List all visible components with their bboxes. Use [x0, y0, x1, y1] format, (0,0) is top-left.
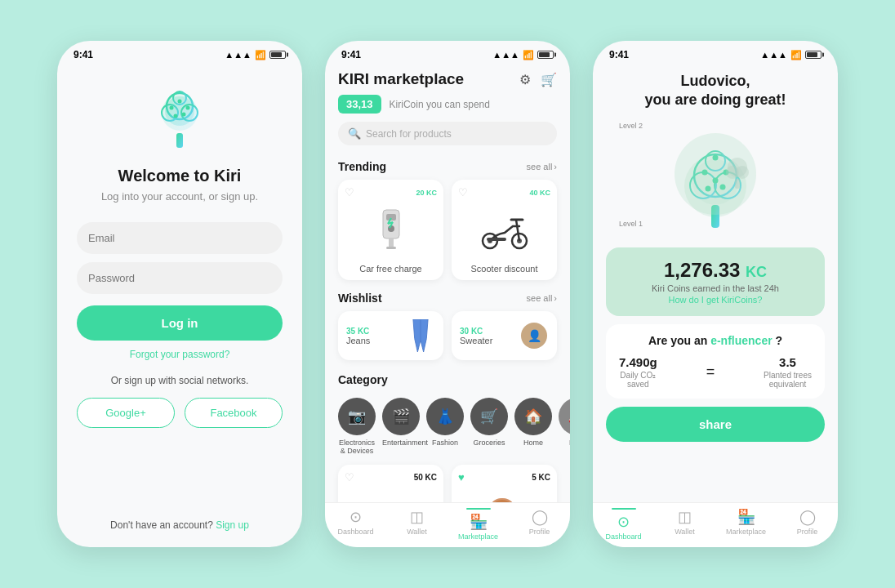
signup-prompt: Don't have an account? Sign up — [110, 519, 249, 531]
wishlist-card-2[interactable]: 30 KC Sweater 👤 — [452, 311, 557, 360]
bottom-product-1[interactable]: ♡ 50 KC — [338, 465, 443, 502]
marketplace-bottom-nav: ⊙ Dashboard ◫ Wallet 🏪 Marketplace ◯ Pro… — [325, 502, 570, 547]
marketplace-content: KIRI marketplace ⚙ 🛒 33,13 KiriCoin you … — [325, 64, 570, 502]
bottom-product1-kc: 50 KC — [414, 473, 437, 482]
phone-marketplace: 9:41 ▲▲▲ 📶 KIRI marketplace ⚙ 🛒 33,13 Ki… — [325, 41, 570, 547]
wishlist-heart-2[interactable]: ♡ — [458, 186, 468, 198]
wishlist-card-1[interactable]: 35 KC Jeans — [338, 311, 443, 360]
category-home-label: Home — [523, 439, 543, 447]
email-input[interactable] — [77, 222, 283, 254]
wishlist-label: Wishlist — [338, 292, 382, 305]
svg-rect-0 — [176, 133, 183, 148]
kiri-logo — [147, 88, 212, 154]
login-button[interactable]: Log in — [77, 305, 283, 341]
forgot-password-link[interactable]: Forgot your password? — [130, 349, 230, 360]
kiri-coin-row: 33,13 KiriCoin you can spend — [338, 95, 557, 114]
product1-image — [345, 202, 437, 259]
bottom-product2-kc: 5 KC — [532, 473, 550, 482]
kiri-coins-card: 1,276.33 KC Kiri Coins earned in the las… — [606, 247, 825, 316]
wishlist2-name: Sweater — [460, 336, 492, 345]
profile-nav-icon-2: ◯ — [532, 508, 548, 526]
nav-dashboard-3[interactable]: ⊙ Dashboard — [593, 508, 654, 541]
dashboard-greeting: Ludovico, you are doing great! — [593, 64, 838, 117]
bottom-products: ♡ 50 KC — [325, 465, 570, 502]
nav-active-indicator — [466, 508, 491, 510]
signal-icon-3: ▲▲▲ — [760, 50, 787, 60]
nav-dashboard-label-2: Dashboard — [337, 528, 373, 536]
wishlist1-kc: 35 KC — [346, 326, 370, 336]
category-more-icon: 🚗 — [559, 398, 570, 435]
login-content: Welcome to Kiri Log into your account, o… — [57, 64, 302, 547]
cart-icon[interactable]: 🛒 — [541, 72, 557, 87]
signup-link[interactable]: Sign up — [216, 519, 249, 531]
wifi-icon-2: 📶 — [523, 50, 534, 60]
bottom-heart-1[interactable]: ♡ — [345, 471, 354, 483]
category-fashion[interactable]: 👗 Fashion — [426, 398, 464, 455]
wishlist-heart-1[interactable]: ♡ — [345, 186, 354, 198]
nav-wallet-3[interactable]: ◫ Wallet — [654, 508, 715, 541]
status-time-3: 9:41 — [609, 49, 629, 60]
status-icons-1: ▲▲▲ 📶 — [225, 50, 286, 60]
wallet-nav-icon-2: ◫ — [410, 508, 424, 526]
e-nfluencer-title: Are you an e-nfluencer ? — [619, 334, 812, 347]
nav-marketplace-2[interactable]: 🏪 Marketplace — [448, 508, 509, 541]
trending-see-all[interactable]: see all › — [527, 162, 557, 172]
nav-profile-2[interactable]: ◯ Profile — [509, 508, 570, 541]
status-time-1: 9:41 — [73, 49, 93, 60]
wishlist1-image — [406, 318, 435, 354]
trending-products: ♡ 20 KC — [325, 180, 570, 288]
bottom-heart-2[interactable]: ♥ — [458, 471, 465, 483]
product1-kc: 20 KC — [416, 188, 437, 197]
kiri-coin-badge: 33,13 — [338, 95, 381, 114]
google-button[interactable]: Google+ — [77, 398, 175, 428]
category-home[interactable]: 🏠 Home — [514, 398, 552, 455]
stats-row: 7.490g Daily CO₂saved = 3.5 Planted tree… — [619, 355, 812, 389]
user-greeting-text: Ludovico, you are doing great! — [609, 72, 822, 110]
share-button[interactable]: share — [606, 407, 825, 442]
wallet-nav-icon-3: ◫ — [678, 508, 692, 526]
category-more-label: Mo... — [569, 439, 570, 447]
search-placeholder: Search for products — [366, 128, 452, 140]
category-electronics-icon: 📷 — [338, 398, 376, 435]
search-icon: 🔍 — [348, 127, 361, 140]
nav-wallet-2[interactable]: ◫ Wallet — [386, 508, 448, 541]
dashboard-nav-icon-3: ⊙ — [617, 513, 630, 531]
category-electronics-label: Electronics & Devices — [338, 439, 376, 455]
kiri-coin-label: KiriCoin you can spend — [390, 99, 490, 110]
category-more[interactable]: 🚗 Mo... — [559, 398, 570, 455]
category-label: Category — [338, 373, 388, 386]
category-entertainment[interactable]: 🎬 Entertainment — [382, 398, 420, 455]
category-groceries[interactable]: 🛒 Groceries — [470, 398, 508, 455]
welcome-subtitle: Log into your account, or sign up. — [101, 190, 258, 203]
nav-marketplace-3[interactable]: 🏪 Marketplace — [715, 508, 777, 541]
wishlist2-image: 👤 — [519, 318, 549, 354]
category-row: 📷 Electronics & Devices 🎬 Entertainment … — [325, 393, 570, 460]
svg-point-9 — [186, 106, 190, 110]
marketplace-header: KIRI marketplace ⚙ 🛒 33,13 KiriCoin you … — [325, 64, 570, 157]
product2-kc: 40 KC — [529, 188, 550, 197]
search-bar[interactable]: 🔍 Search for products — [338, 122, 557, 145]
product2-name: Scooter discount — [458, 264, 550, 274]
nav-profile-3[interactable]: ◯ Profile — [777, 508, 838, 541]
category-entertainment-label: Entertainment — [382, 439, 420, 447]
battery-icon-2 — [537, 51, 554, 59]
wishlist-see-all[interactable]: see all › — [527, 293, 557, 303]
nav-wallet-label-2: Wallet — [407, 528, 427, 536]
filter-icon[interactable]: ⚙ — [519, 72, 531, 87]
password-input[interactable] — [77, 262, 283, 294]
marketplace-nav-icon-3: 🏪 — [737, 508, 755, 526]
category-groceries-label: Groceries — [473, 439, 505, 447]
category-section: Category 📷 Electronics & Devices 🎬 Enter… — [325, 367, 570, 465]
wishlist1-name: Jeans — [346, 336, 370, 345]
product-card-1[interactable]: ♡ 20 KC — [338, 180, 443, 280]
bottom-product-2[interactable]: ♥ 5 KC — [452, 465, 557, 502]
bottom-product2-image — [458, 487, 550, 502]
welcome-title: Welcome to Kiri — [118, 167, 242, 185]
category-electronics[interactable]: 📷 Electronics & Devices — [338, 398, 376, 455]
kiri-coins-link[interactable]: How do I get KiriCoins? — [621, 295, 810, 305]
wifi-icon-3: 📶 — [790, 50, 802, 60]
product-card-2[interactable]: ♡ 40 KC — [452, 180, 557, 280]
e-nfluencer-accent: e-nfluencer — [710, 334, 772, 347]
nav-dashboard-2[interactable]: ⊙ Dashboard — [325, 508, 386, 541]
facebook-button[interactable]: Facebook — [185, 398, 283, 428]
